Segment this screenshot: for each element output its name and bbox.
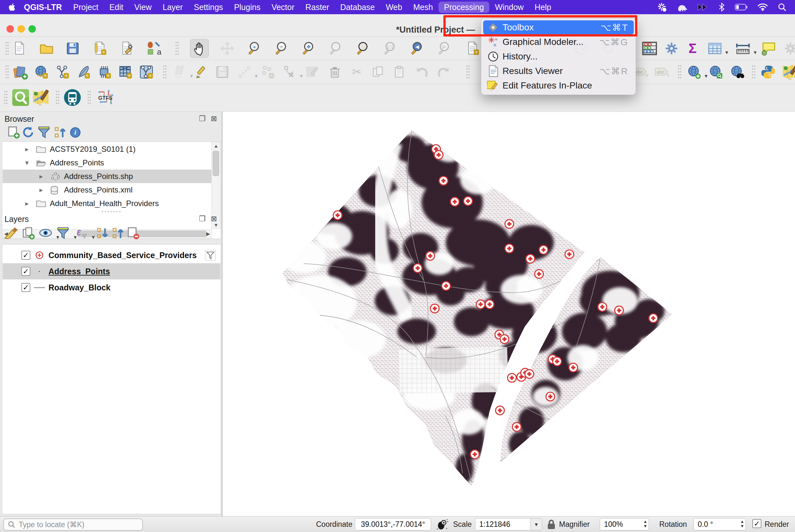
zoom-in-icon[interactable]: ＋ [246,39,265,58]
quickmap-services-icon[interactable] [781,63,795,81]
toolbar-drag-handle[interactable] [56,90,59,105]
layer-visibility-checkbox[interactable]: ✓ [21,283,30,292]
open-project-icon[interactable] [37,39,56,58]
browser-item-address-points-shp[interactable]: ▸ Address_Points.shp [3,170,220,183]
scale-combobox[interactable]: 1:121846 ▼ [475,518,542,530]
menubar-item-settings[interactable]: Settings [188,2,228,13]
menu-item-graphical-modeler-[interactable]: ✳✳✳ Graphical Modeler...⌥⌘G [483,35,634,49]
metasearch-add-icon[interactable]: ▾ [685,63,704,81]
zoom-to-selection-icon[interactable] [327,39,346,58]
zoom-window-button[interactable] [29,25,36,33]
float-panel-icon[interactable]: ❐ [198,214,207,223]
menubar-item-web[interactable]: Web [381,2,408,13]
menubar-item-window[interactable]: Window [489,2,529,13]
pan-map-to-selection-icon[interactable] [218,39,237,58]
rotation-spinbox[interactable]: 0.0 ° ▲▼ [694,518,746,530]
menubar-item-view[interactable]: View [129,2,157,13]
apple-logo-icon[interactable] [8,3,16,11]
save-project-icon[interactable] [63,39,82,58]
mouse-extent-toggle-icon[interactable] [436,518,448,532]
menubar-item-database[interactable]: Database [335,2,381,13]
menubar-item-edit[interactable]: Edit [104,2,129,13]
paste-features-icon[interactable] [390,63,409,81]
copy-features-icon[interactable] [369,63,387,81]
osm-place-search-icon[interactable] [11,88,30,107]
zoom-last-icon[interactable]: ◀ [409,39,428,58]
browser-item-adult-mental-health-providers[interactable]: ▸ Adult_Mental_Health_Providers [3,197,220,210]
close-window-button[interactable] [6,25,14,33]
transit-plugin-icon[interactable] [63,88,82,107]
options-gear-button-icon[interactable] [662,39,681,58]
float-panel-icon[interactable]: ❐ [198,114,207,123]
toolbar-drag-handle[interactable] [87,90,91,105]
new-spatialite-layer-icon[interactable]: ✳ [95,63,114,81]
layer-item-address_points[interactable]: ✓ · Address_Points [3,263,220,280]
spotlight-search-icon[interactable] [778,3,787,12]
menu-item-results-viewer[interactable]: Results Viewer⌥⌘R [483,64,634,78]
redo-icon[interactable] [434,63,453,81]
toolbar-drag-handle[interactable] [4,90,8,105]
remove-layer-icon[interactable] [124,224,143,243]
chevron-right-icon[interactable]: ▸ [25,200,29,207]
layer-visibility-checkbox[interactable]: ✓ [21,267,30,276]
magnifier-spinbox[interactable]: 100% ▲▼ [600,518,649,530]
sum-statistics-button-icon[interactable]: Σ [683,39,702,58]
statistics-button-icon[interactable] [640,39,659,58]
locate-search-input[interactable]: Type to locate (⌘K) [3,518,143,531]
layer-item-community_based_service_providers[interactable]: ✓ Community_Based_Service_Providers [3,247,220,263]
undo-icon[interactable] [413,63,431,81]
coordinate-input[interactable]: 39.0013°,-77.0014° [355,518,431,530]
chevrons-icon[interactable] [697,3,708,11]
elephant-icon[interactable] [677,3,688,12]
toolbar-drag-handle[interactable] [5,64,9,79]
menubar-item-layer[interactable]: Layer [157,2,188,13]
refresh-browser-icon[interactable] [18,123,37,142]
new-temporary-scratch-layer-icon[interactable]: ✳ [137,63,156,81]
menubar-item-help[interactable]: Help [529,2,556,13]
add-point-feature-icon[interactable]: ✳ [258,63,277,81]
pan-map-icon[interactable] [190,39,209,58]
close-panel-icon[interactable]: ⊠ [209,214,219,223]
zoom-out-icon[interactable]: − [273,39,292,58]
app-name[interactable]: QGIS-LTR [18,3,68,12]
toolbar-drag-handle[interactable] [466,64,470,79]
menu-item-toolbox[interactable]: Toolbox⌥⌘T [483,20,634,35]
filter-by-expression-icon[interactable]: ε▾ [72,224,91,243]
manage-map-themes-icon[interactable]: ▾ [37,224,55,243]
add-group-icon[interactable] [19,224,38,243]
menu-item-history-[interactable]: History... [483,50,634,64]
style-manager-icon[interactable]: a [145,39,163,58]
render-checkbox[interactable]: ✓ [752,519,761,528]
metasearch-search-icon[interactable] [706,63,725,81]
minimize-window-button[interactable] [17,25,25,33]
menu-item-edit-features-in-place[interactable]: Edit Features In-Place [483,78,634,93]
add-vector-layer-icon[interactable]: ✳ [32,63,51,81]
menubar-item-processing[interactable]: Processing [439,2,489,13]
show-layout-manager-icon[interactable] [117,39,136,58]
current-edits-icon[interactable]: ▾ [170,63,189,81]
lock-scale-icon[interactable] [547,519,556,532]
browser-item-address-points[interactable]: ▾ Address_Points [3,156,220,170]
toggle-editing-icon[interactable] [192,63,210,81]
layer-item-roadway_block[interactable]: ✓ Roadway_Block [3,280,220,296]
bluetooth-icon[interactable] [718,3,725,12]
python-console-icon[interactable] [759,63,778,81]
wifi-icon[interactable] [758,3,768,11]
save-layer-edits-icon[interactable] [213,63,232,81]
filter-indicator-icon[interactable] [205,250,216,263]
macros-button-icon[interactable] [781,39,795,58]
menubar-item-raster[interactable]: Raster [300,2,335,13]
new-project-icon[interactable] [10,39,29,58]
attribute-table-button-icon[interactable]: ▾ [705,39,724,58]
new-geopackage-layer-icon[interactable]: ✳ [74,63,93,81]
chevron-right-icon[interactable]: ▸ [39,186,43,194]
open-layer-styling-icon[interactable] [2,224,21,243]
chevron-down-icon[interactable]: ▾ [25,159,29,167]
menubar-item-vector[interactable]: Vector [266,2,300,13]
toolbar-drag-handle[interactable] [5,41,9,56]
zoom-to-layer-icon[interactable] [354,39,373,58]
new-virtual-layer-icon[interactable]: ✳ [116,63,135,81]
toolbar-drag-handle[interactable] [678,64,682,79]
zoom-native-resolution-icon[interactable]: 1:1 [382,39,401,58]
chevron-right-icon[interactable]: ▸ [39,172,43,180]
